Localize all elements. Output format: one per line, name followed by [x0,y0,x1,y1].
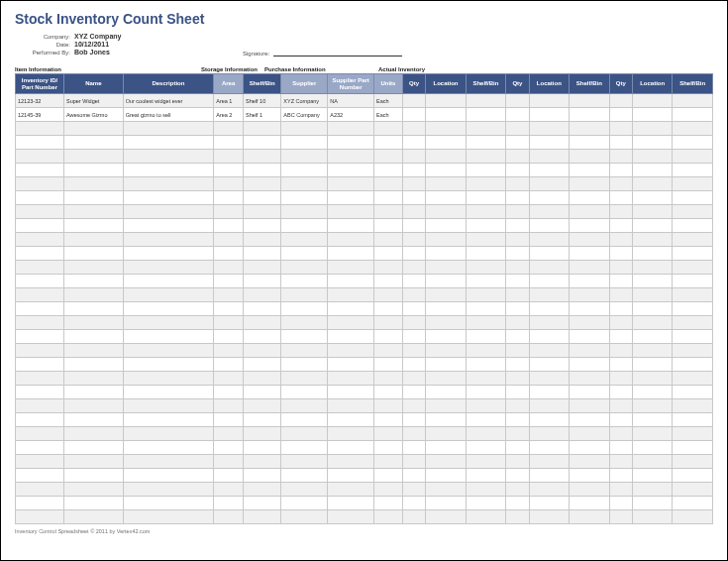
table-cell[interactable] [402,108,425,122]
table-cell[interactable] [374,150,403,164]
table-cell[interactable] [570,316,609,330]
table-cell[interactable] [529,288,569,302]
table-cell[interactable] [16,219,64,233]
table-cell[interactable] [466,441,505,455]
table-cell[interactable] [570,455,609,469]
table-cell[interactable] [374,413,403,427]
table-cell[interactable] [506,372,529,386]
table-cell[interactable] [328,413,374,427]
table-cell[interactable] [506,191,529,205]
table-cell[interactable] [374,330,403,344]
table-cell[interactable] [328,510,374,524]
table-cell[interactable] [466,177,505,191]
table-cell[interactable] [281,497,328,510]
table-cell[interactable] [632,372,672,386]
table-cell[interactable] [123,483,214,497]
table-cell[interactable] [426,483,466,497]
table-cell[interactable] [632,413,672,427]
table-cell[interactable] [123,372,214,386]
table-cell[interactable] [281,177,328,191]
table-cell[interactable] [214,136,244,150]
table-cell[interactable] [402,455,425,469]
table-cell[interactable] [123,247,214,261]
table-cell[interactable] [426,455,466,469]
table-cell[interactable] [570,177,609,191]
table-cell[interactable] [16,455,64,469]
table-cell[interactable] [506,469,529,483]
table-cell[interactable] [214,483,244,497]
table-cell[interactable] [328,399,374,413]
table-cell[interactable] [529,177,569,191]
table-cell[interactable] [374,122,403,136]
table-cell[interactable] [123,191,214,205]
table-cell[interactable] [529,94,569,108]
table-cell[interactable] [529,302,569,316]
table-cell[interactable] [63,469,123,483]
table-cell[interactable] [328,219,374,233]
table-cell[interactable] [281,136,328,150]
table-cell[interactable] [426,136,466,150]
table-cell[interactable] [16,177,64,191]
table-cell[interactable] [529,510,569,524]
table-cell[interactable] [466,330,505,344]
table-cell[interactable] [123,399,214,413]
table-cell[interactable] [466,344,505,358]
table-cell[interactable] [466,122,505,136]
table-cell[interactable] [123,136,214,150]
table-cell[interactable] [529,247,569,261]
table-cell[interactable]: Shelf 1 [244,108,281,122]
table-cell[interactable] [328,164,374,177]
table-cell[interactable] [632,177,672,191]
table-cell[interactable] [281,164,328,177]
table-cell[interactable] [426,497,466,510]
table-row[interactable] [16,483,713,497]
table-cell[interactable] [328,247,374,261]
table-cell[interactable] [466,219,505,233]
table-row[interactable] [16,261,713,275]
table-cell[interactable] [402,358,425,372]
table-cell[interactable] [426,288,466,302]
table-cell[interactable] [374,455,403,469]
table-cell[interactable] [426,261,466,275]
table-cell[interactable]: Great gizmo to sell [123,108,214,122]
table-cell[interactable] [402,247,425,261]
table-cell[interactable] [244,233,281,247]
table-cell[interactable] [570,497,609,510]
table-cell[interactable] [214,399,244,413]
table-cell[interactable] [632,510,672,524]
table-cell[interactable] [632,122,672,136]
table-cell[interactable] [214,191,244,205]
table-cell[interactable] [123,510,214,524]
table-cell[interactable] [673,510,713,524]
table-cell[interactable] [426,316,466,330]
table-cell[interactable] [609,358,632,372]
table-cell[interactable] [402,288,425,302]
table-cell[interactable] [16,427,64,441]
table-cell[interactable] [374,483,403,497]
table-cell[interactable] [214,302,244,316]
table-cell[interactable] [426,358,466,372]
table-cell[interactable] [214,358,244,372]
table-cell[interactable] [466,302,505,316]
table-cell[interactable] [609,164,632,177]
table-row[interactable] [16,510,713,524]
table-cell[interactable] [16,122,64,136]
table-cell[interactable] [123,205,214,219]
table-cell[interactable] [466,136,505,150]
table-cell[interactable] [632,205,672,219]
table-row[interactable] [16,177,713,191]
table-cell[interactable] [506,94,529,108]
table-cell[interactable] [673,455,713,469]
table-cell[interactable] [506,177,529,191]
table-cell[interactable] [570,247,609,261]
table-cell[interactable] [16,386,64,399]
table-cell[interactable] [16,233,64,247]
table-cell[interactable] [466,275,505,288]
table-cell[interactable] [374,399,403,413]
table-cell[interactable] [281,483,328,497]
table-cell[interactable] [402,441,425,455]
table-cell[interactable] [529,344,569,358]
table-cell[interactable] [570,205,609,219]
table-cell[interactable] [374,219,403,233]
table-cell[interactable] [506,344,529,358]
